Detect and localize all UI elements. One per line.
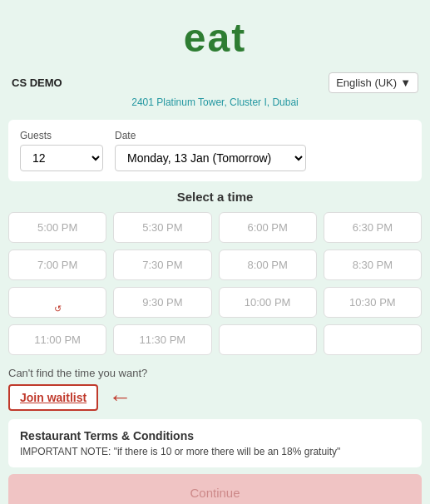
language-selector[interactable]: English (UK) ▼ <box>329 72 418 93</box>
waitlist-section: Can't find the time you want? Join waitl… <box>8 367 422 411</box>
guests-select[interactable]: 12 1234 5678 91011 <box>20 145 103 171</box>
time-grid: 5:00 PM 5:30 PM 6:00 PM 6:30 PM 7:00 PM … <box>8 212 422 355</box>
time-slot-empty: ↺ <box>8 287 106 318</box>
time-slot-empty <box>219 324 317 355</box>
time-slot[interactable]: 8:30 PM <box>324 250 422 280</box>
continue-button[interactable]: Continue <box>8 474 422 504</box>
date-select[interactable]: Monday, 13 Jan (Tomorrow) <box>115 145 306 171</box>
terms-section: Restaurant Terms & Conditions IMPORTANT … <box>8 419 422 467</box>
time-section: Select a time 5:00 PM 5:30 PM 6:00 PM 6:… <box>8 190 422 355</box>
top-bar: CS DEMO English (UK) ▼ <box>0 67 430 95</box>
time-section-title: Select a time <box>8 190 422 204</box>
terms-title: Restaurant Terms & Conditions <box>20 429 410 442</box>
time-slot[interactable]: 8:00 PM <box>219 250 317 280</box>
time-slot[interactable]: 10:00 PM <box>219 287 317 318</box>
time-slot-empty <box>324 324 422 355</box>
language-label: English (UK) <box>336 77 397 89</box>
guests-field: Guests 12 1234 5678 91011 <box>20 130 103 171</box>
waitlist-row: Join waitlist ← <box>8 384 422 411</box>
booking-card: Guests 12 1234 5678 91011 Date Monday, 1… <box>8 120 422 181</box>
cant-find-text: Can't find the time you want? <box>8 367 422 379</box>
time-slot[interactable]: 11:30 PM <box>113 324 211 355</box>
terms-text: IMPORTANT NOTE: "if there is 10 or more … <box>20 446 410 457</box>
time-slot[interactable]: 5:30 PM <box>113 212 211 243</box>
time-slot[interactable]: 6:00 PM <box>219 212 317 243</box>
time-slot[interactable]: 7:00 PM <box>8 250 106 280</box>
logo: eat <box>0 15 430 61</box>
time-slot[interactable]: 5:00 PM <box>8 212 106 243</box>
time-slot[interactable]: 10:30 PM <box>324 287 422 318</box>
address: 2401 Platinum Tower, Cluster I, Dubai <box>0 95 430 115</box>
refresh-icon: ↺ <box>54 304 62 314</box>
time-slot[interactable]: 11:00 PM <box>8 324 106 355</box>
chevron-down-icon: ▼ <box>400 77 411 89</box>
guests-label: Guests <box>20 130 103 141</box>
arrow-icon: ← <box>108 386 131 409</box>
header: eat <box>0 0 430 67</box>
time-slot[interactable]: 6:30 PM <box>324 212 422 243</box>
time-slot[interactable]: 9:30 PM <box>113 287 211 318</box>
date-field: Date Monday, 13 Jan (Tomorrow) <box>115 130 306 171</box>
date-label: Date <box>115 130 306 141</box>
cs-demo-label: CS DEMO <box>12 77 62 89</box>
join-waitlist-button[interactable]: Join waitlist <box>8 384 98 411</box>
time-slot[interactable]: 7:30 PM <box>113 250 211 280</box>
